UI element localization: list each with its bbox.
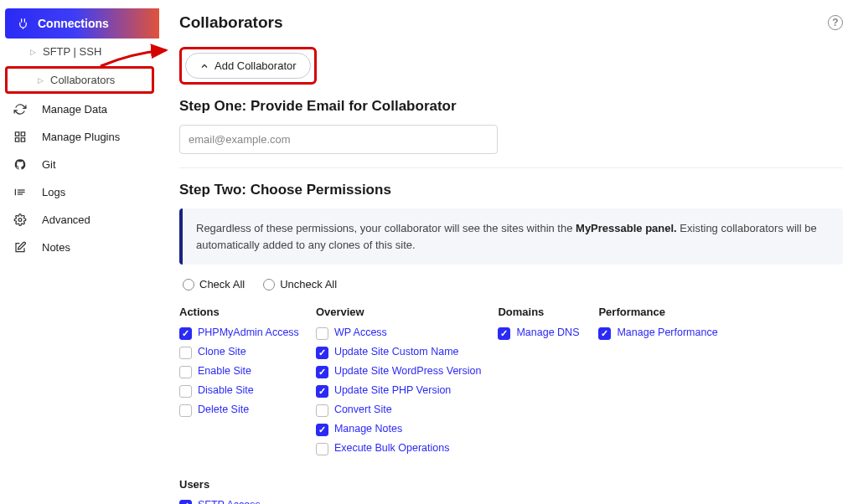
permission-label: SFTP Access	[198, 499, 261, 504]
permission-label: PHPMyAdmin Access	[198, 327, 299, 338]
radio-icon	[263, 279, 275, 291]
permission-label: Convert Site	[334, 404, 392, 415]
svg-rect-2	[15, 138, 18, 141]
svg-rect-0	[15, 132, 18, 136]
chevron-right-icon: ▷	[38, 76, 44, 85]
permission-update-site-php-version[interactable]: Update Site PHP Version	[316, 384, 482, 398]
sidebar-header-connections[interactable]: Connections	[5, 8, 159, 39]
checkbox-icon	[179, 327, 192, 340]
chevron-up-icon	[199, 61, 209, 71]
permission-sftp-access[interactable]: SFTP Access	[179, 499, 340, 504]
sidebar-item-advanced[interactable]: Advanced	[0, 206, 159, 234]
edit-icon	[18, 241, 32, 254]
permission-label: WP Access	[334, 327, 387, 338]
check-all-radio[interactable]: Check All	[183, 278, 245, 291]
radio-icon	[183, 279, 194, 291]
checkbox-icon	[598, 327, 611, 340]
sidebar-item-label: Manage Data	[42, 103, 107, 116]
logs-icon	[18, 186, 32, 198]
sidebar-header-label: Connections	[38, 17, 109, 30]
checkbox-icon	[179, 500, 192, 504]
column-title: Users	[179, 478, 340, 491]
gear-icon	[18, 213, 32, 226]
permission-phpmyadmin-access[interactable]: PHPMyAdmin Access	[179, 327, 299, 340]
permission-label: Clone Site	[198, 346, 246, 357]
permission-label: Manage Performance	[617, 327, 717, 338]
collaborator-email-input[interactable]	[179, 125, 498, 154]
checkbox-icon	[498, 327, 510, 340]
sidebar-item-label: Manage Plugins	[42, 131, 120, 143]
sidebar-item-collaborators[interactable]: ▷ Collaborators	[8, 72, 152, 88]
checkbox-icon	[316, 404, 328, 417]
permission-label: Manage Notes	[334, 423, 402, 435]
step-one-title: Step One: Provide Email for Collaborator	[179, 98, 843, 115]
permission-label: Update Site PHP Version	[334, 384, 451, 396]
sidebar-item-manage-plugins[interactable]: Manage Plugins	[0, 123, 159, 151]
svg-rect-3	[21, 138, 24, 141]
checkbox-icon	[179, 404, 192, 417]
column-title: Overview	[316, 306, 482, 318]
permission-column-actions: ActionsPHPMyAdmin AccessClone SiteEnable…	[179, 306, 299, 461]
permission-enable-site[interactable]: Enable Site	[179, 365, 299, 378]
checkbox-icon	[316, 327, 328, 340]
sidebar-item-label: Notes	[42, 241, 70, 254]
permission-clone-site[interactable]: Clone Site	[179, 346, 299, 359]
permission-label: Delete Site	[198, 404, 249, 415]
page-title: Collaborators	[179, 13, 283, 32]
plug-icon	[17, 18, 29, 30]
annotation-highlight-collaborators: ▷ Collaborators	[5, 66, 154, 94]
step-two-title: Step Two: Choose Permissions	[179, 182, 843, 198]
radio-label: Check All	[199, 278, 245, 291]
permission-wp-access[interactable]: WP Access	[316, 327, 482, 340]
refresh-icon	[18, 103, 32, 116]
checkbox-icon	[179, 347, 192, 359]
permission-label: Enable Site	[198, 365, 251, 377]
notice-text: Regardless of these permissions, your co…	[196, 222, 576, 234]
permission-execute-bulk-operations[interactable]: Execute Bulk Operations	[316, 442, 482, 455]
permission-update-site-custom-name[interactable]: Update Site Custom Name	[316, 346, 482, 359]
uncheck-all-radio[interactable]: Uncheck All	[263, 278, 337, 291]
sidebar: Connections ▷ SFTP | SSH ▷ Collaborators…	[0, 0, 159, 504]
permission-manage-dns[interactable]: Manage DNS	[498, 327, 581, 340]
sidebar-item-label: Collaborators	[50, 74, 115, 86]
radio-label: Uncheck All	[280, 278, 337, 291]
permission-column-users: UsersSFTP AccessCreate Collaborator⚠ Thi…	[179, 478, 340, 504]
add-collaborator-button[interactable]: Add Collaborator	[185, 53, 311, 79]
checkbox-icon	[316, 366, 328, 378]
sidebar-item-manage-data[interactable]: Manage Data	[0, 95, 159, 123]
column-title: Domains	[498, 306, 581, 318]
sidebar-item-notes[interactable]: Notes	[0, 234, 159, 261]
sidebar-item-label: SFTP | SSH	[43, 45, 101, 58]
sidebar-item-label: Logs	[42, 186, 65, 198]
column-title: Actions	[179, 306, 299, 318]
sidebar-item-label: Git	[42, 158, 56, 171]
permission-delete-site[interactable]: Delete Site	[179, 404, 299, 417]
checkbox-icon	[316, 385, 328, 398]
annotation-highlight-add-collaborator: Add Collaborator	[179, 47, 317, 85]
checkbox-icon	[179, 366, 192, 378]
permissions-notice: Regardless of these permissions, your co…	[179, 208, 843, 265]
permission-label: Disable Site	[198, 384, 254, 396]
permission-column-overview: OverviewWP AccessUpdate Site Custom Name…	[316, 306, 482, 461]
permission-label: Execute Bulk Operations	[334, 442, 450, 454]
svg-point-8	[18, 219, 22, 222]
svg-rect-1	[21, 132, 24, 136]
button-label: Add Collaborator	[214, 59, 297, 72]
sidebar-item-label: Advanced	[42, 213, 90, 226]
permission-manage-notes[interactable]: Manage Notes	[316, 423, 482, 436]
permission-convert-site[interactable]: Convert Site	[316, 404, 482, 417]
permission-manage-performance[interactable]: Manage Performance	[598, 327, 717, 340]
column-title: Performance	[598, 306, 717, 318]
permission-label: Update Site WordPress Version	[334, 365, 482, 377]
main-content: Collaborators ? Add Collaborator Step On…	[159, 0, 858, 504]
grid-icon	[18, 131, 32, 143]
checkbox-icon	[316, 347, 328, 359]
checkbox-icon	[316, 424, 328, 436]
github-icon	[18, 158, 32, 171]
sidebar-item-git[interactable]: Git	[0, 151, 159, 178]
permission-update-site-wordpress-version[interactable]: Update Site WordPress Version	[316, 365, 482, 378]
help-icon[interactable]: ?	[828, 15, 843, 30]
permission-disable-site[interactable]: Disable Site	[179, 384, 299, 398]
sidebar-item-logs[interactable]: Logs	[0, 178, 159, 206]
sidebar-item-sftp[interactable]: ▷ SFTP | SSH	[0, 39, 159, 64]
